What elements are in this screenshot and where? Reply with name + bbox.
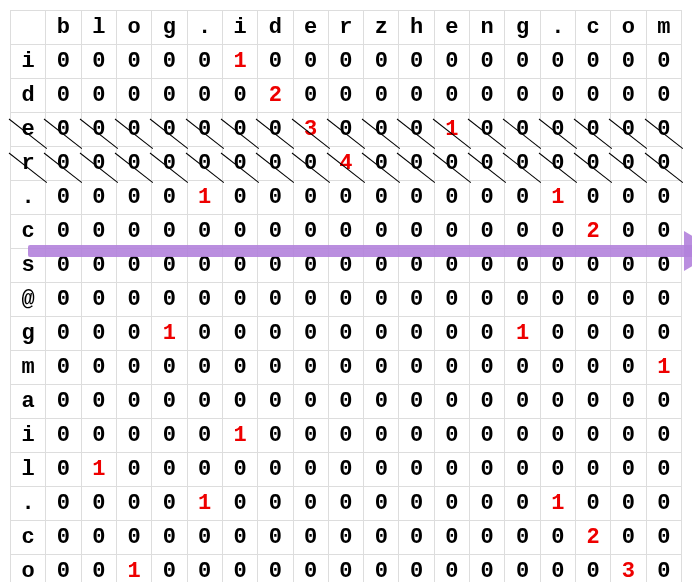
matrix-cell: 0: [81, 317, 116, 351]
matrix-cell: 0: [258, 215, 293, 249]
matrix-cell: 0: [222, 79, 257, 113]
matrix-table: blog.iderzheng.comi000001000000000000d00…: [10, 10, 682, 582]
matrix-cell: 0: [152, 249, 187, 283]
matrix-cell: 0: [152, 453, 187, 487]
matrix-cell: 0: [328, 249, 363, 283]
matrix-cell: 0: [611, 215, 646, 249]
matrix-cell: 0: [434, 181, 469, 215]
corner-cell: [11, 11, 46, 45]
matrix-cell: 1: [187, 487, 222, 521]
matrix-cell: 0: [505, 283, 540, 317]
matrix-cell: 0: [399, 113, 434, 147]
arrow-head: [684, 231, 692, 271]
matrix-cell: 0: [81, 487, 116, 521]
matrix-cell: 0: [81, 147, 116, 181]
matrix-cell: 0: [46, 487, 81, 521]
matrix-cell: 0: [470, 317, 505, 351]
matrix-cell: 0: [540, 249, 575, 283]
matrix-cell: 0: [505, 453, 540, 487]
matrix-cell: 0: [81, 45, 116, 79]
row-header: m: [11, 351, 46, 385]
matrix-cell: 0: [611, 181, 646, 215]
matrix-cell: 0: [328, 113, 363, 147]
matrix-cell: 0: [258, 521, 293, 555]
matrix-cell: 0: [328, 181, 363, 215]
matrix-cell: 0: [46, 385, 81, 419]
matrix-cell: 0: [293, 453, 328, 487]
matrix-cell: 0: [540, 45, 575, 79]
matrix-cell: 0: [187, 113, 222, 147]
matrix-cell: 1: [540, 181, 575, 215]
matrix-cell: 0: [399, 147, 434, 181]
matrix-cell: 0: [81, 249, 116, 283]
matrix-cell: 0: [505, 181, 540, 215]
matrix-cell: 0: [576, 317, 611, 351]
matrix-cell: 0: [611, 283, 646, 317]
col-header: g: [505, 11, 540, 45]
matrix-cell: 0: [152, 113, 187, 147]
matrix-cell: 0: [364, 521, 399, 555]
matrix-cell: 0: [611, 317, 646, 351]
lcs-matrix: blog.iderzheng.comi000001000000000000d00…: [10, 10, 682, 582]
matrix-cell: 0: [434, 487, 469, 521]
matrix-cell: 0: [258, 385, 293, 419]
matrix-cell: 0: [46, 147, 81, 181]
matrix-cell: 0: [470, 487, 505, 521]
matrix-cell: 1: [81, 453, 116, 487]
matrix-cell: 0: [187, 147, 222, 181]
row-header: c: [11, 521, 46, 555]
matrix-cell: 0: [116, 147, 151, 181]
matrix-cell: 0: [116, 317, 151, 351]
matrix-cell: 0: [646, 385, 681, 419]
matrix-cell: 0: [364, 283, 399, 317]
matrix-cell: 0: [434, 249, 469, 283]
matrix-cell: 0: [46, 181, 81, 215]
matrix-cell: 0: [576, 453, 611, 487]
matrix-cell: 0: [222, 385, 257, 419]
matrix-cell: 0: [611, 487, 646, 521]
matrix-cell: 0: [187, 249, 222, 283]
matrix-cell: 0: [505, 385, 540, 419]
matrix-cell: 0: [222, 113, 257, 147]
matrix-cell: 0: [399, 317, 434, 351]
matrix-cell: 0: [364, 453, 399, 487]
matrix-cell: 0: [81, 419, 116, 453]
matrix-cell: 0: [646, 113, 681, 147]
matrix-cell: 0: [328, 453, 363, 487]
matrix-cell: 0: [646, 147, 681, 181]
matrix-cell: 0: [46, 113, 81, 147]
matrix-cell: 0: [187, 215, 222, 249]
matrix-cell: 0: [399, 249, 434, 283]
matrix-cell: 0: [258, 113, 293, 147]
matrix-cell: 0: [152, 283, 187, 317]
matrix-cell: 0: [434, 79, 469, 113]
matrix-cell: 0: [328, 521, 363, 555]
matrix-cell: 0: [540, 453, 575, 487]
matrix-cell: 0: [399, 351, 434, 385]
row-header: c: [11, 215, 46, 249]
row-header: l: [11, 453, 46, 487]
matrix-cell: 0: [46, 555, 81, 583]
col-header: d: [258, 11, 293, 45]
matrix-cell: 0: [540, 79, 575, 113]
matrix-cell: 0: [576, 113, 611, 147]
row-header: s: [11, 249, 46, 283]
row-header: r: [11, 147, 46, 181]
matrix-cell: 0: [646, 283, 681, 317]
matrix-cell: 0: [46, 215, 81, 249]
matrix-cell: 0: [576, 351, 611, 385]
matrix-cell: 2: [576, 215, 611, 249]
col-header: .: [187, 11, 222, 45]
matrix-cell: 0: [328, 79, 363, 113]
matrix-cell: 0: [646, 215, 681, 249]
matrix-cell: 0: [222, 351, 257, 385]
matrix-cell: 0: [576, 147, 611, 181]
matrix-cell: 0: [222, 283, 257, 317]
matrix-cell: 0: [293, 521, 328, 555]
row-header: e: [11, 113, 46, 147]
matrix-cell: 0: [293, 249, 328, 283]
matrix-cell: 0: [116, 453, 151, 487]
matrix-cell: 0: [116, 215, 151, 249]
matrix-cell: 0: [81, 181, 116, 215]
matrix-cell: 0: [46, 283, 81, 317]
